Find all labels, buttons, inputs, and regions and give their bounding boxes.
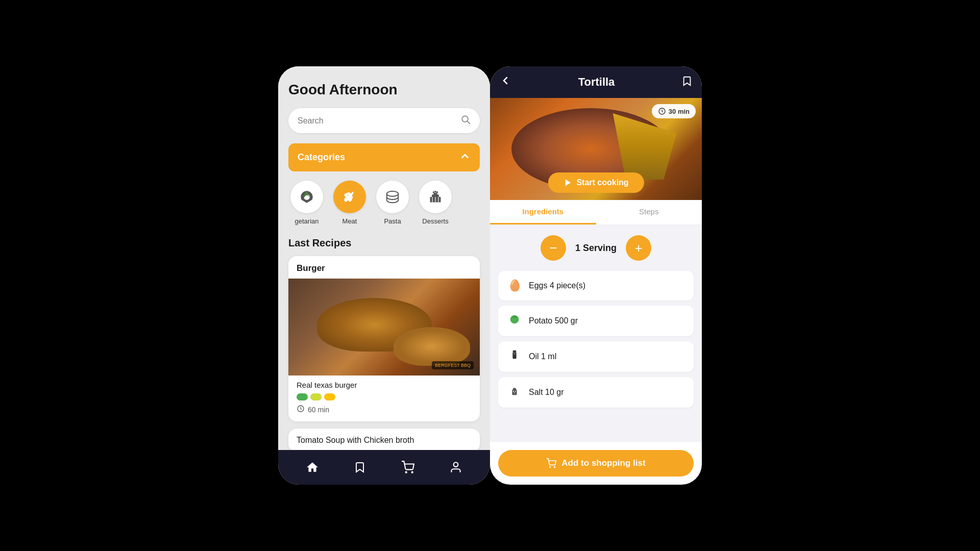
difficulty-dot-2	[310, 393, 322, 400]
category-item-vegetarian[interactable]: getarian	[290, 181, 323, 225]
add-to-shopping-list-label: Add to shopping list	[561, 458, 645, 468]
category-item-meat[interactable]: Meat	[333, 181, 366, 225]
ingredient-salt-text: Salt 10 gr	[529, 388, 564, 397]
burger-recipe-card[interactable]: Burger BERGFEST BBQ Real texas burger	[288, 256, 480, 421]
search-input[interactable]	[298, 116, 460, 126]
tab-steps[interactable]: Steps	[596, 200, 702, 224]
ingredient-potato: Potato 500 gr	[498, 306, 694, 336]
svg-point-27	[514, 392, 515, 393]
svg-point-12	[433, 191, 435, 193]
svg-line-1	[468, 121, 470, 123]
difficulty-dot-3	[324, 393, 335, 400]
category-icon-meat	[333, 181, 366, 213]
time-badge-text: 30 min	[669, 108, 690, 115]
svg-point-26	[515, 391, 516, 392]
burger-time-row: 60 min	[297, 405, 472, 414]
categories-title: Categories	[298, 152, 345, 163]
bookmark-icon[interactable]	[681, 76, 693, 89]
left-phone: Good Afternoon Categories	[278, 66, 490, 485]
bergfest-brand: BERGFEST BBQ	[432, 361, 474, 369]
svg-point-3	[347, 194, 349, 196]
decrease-serving-button[interactable]: −	[541, 235, 566, 261]
tab-steps-label: Steps	[639, 207, 658, 216]
category-label-meat: Meat	[342, 217, 357, 225]
search-bar[interactable]	[288, 108, 480, 133]
category-label-desserts: Desserts	[422, 217, 448, 225]
burger-card-image: BERGFEST BBQ	[288, 279, 480, 375]
svg-marker-20	[565, 179, 571, 186]
svg-point-17	[411, 472, 412, 473]
last-recipes-title: Last Recipes	[288, 237, 480, 249]
ingredient-salt: Salt 10 gr	[498, 377, 694, 408]
ingredient-eggs-text: Eggs 4 piece(s)	[529, 281, 585, 290]
svg-point-18	[454, 462, 458, 467]
clock-icon	[297, 405, 305, 414]
nav-profile[interactable]	[445, 457, 467, 478]
category-items: getarian Meat	[288, 181, 480, 225]
tomato-soup-card[interactable]: Tomato Soup with Chicken broth	[288, 429, 480, 450]
back-icon[interactable]	[499, 74, 511, 90]
time-badge: 30 min	[652, 104, 696, 118]
start-cooking-button[interactable]: Start cooking	[548, 172, 644, 193]
recipe-tabs: Ingredients Steps	[490, 200, 702, 225]
category-item-desserts[interactable]: Desserts	[419, 181, 452, 225]
tab-ingredients-label: Ingredients	[522, 207, 564, 216]
svg-point-16	[405, 472, 406, 473]
svg-point-29	[550, 467, 551, 468]
potato-icon	[507, 314, 522, 328]
add-to-shopping-list-button[interactable]: Add to shopping list	[498, 450, 694, 477]
ingredient-oil: Oil 1 ml	[498, 341, 694, 372]
svg-point-28	[513, 391, 514, 392]
category-item-pasta[interactable]: Pasta	[376, 181, 409, 225]
nav-home[interactable]	[302, 457, 323, 478]
tab-ingredients[interactable]: Ingredients	[490, 200, 596, 224]
chevron-up-icon	[459, 151, 471, 164]
ingredients-section: − 1 Serving + 🥚 Eggs 4 piece(s) Potato 5…	[490, 225, 702, 442]
nav-bookmarks[interactable]	[350, 457, 370, 478]
svg-point-0	[462, 116, 468, 122]
category-icon-pasta	[376, 181, 409, 213]
svg-rect-8	[434, 193, 437, 195]
burger-time: 60 min	[308, 406, 329, 414]
difficulty-dots	[297, 393, 472, 400]
right-phone: Tortilla 30 min Start cooking	[490, 66, 702, 485]
bottom-nav	[278, 450, 490, 485]
greeting: Good Afternoon	[288, 82, 480, 98]
ingredient-eggs: 🥚 Eggs 4 piece(s)	[498, 271, 694, 300]
search-icon	[460, 114, 471, 127]
tomato-soup-title: Tomato Soup with Chicken broth	[297, 436, 414, 444]
burger-card-title: Burger	[288, 256, 480, 279]
nav-cart[interactable]	[397, 457, 419, 478]
svg-point-13	[434, 191, 436, 193]
svg-point-14	[436, 191, 438, 193]
ingredient-oil-text: Oil 1 ml	[529, 352, 556, 361]
svg-rect-24	[513, 388, 516, 390]
burger-recipe-name: Real texas burger	[297, 381, 472, 389]
svg-rect-22	[513, 353, 516, 355]
oil-icon	[507, 349, 522, 364]
increase-serving-button[interactable]: +	[626, 235, 651, 261]
recipe-detail-header: Tortilla	[490, 66, 702, 98]
category-label-pasta: Pasta	[384, 217, 401, 225]
burger-card-details: Real texas burger 60 min	[288, 375, 480, 421]
category-icon-vegetarian	[290, 181, 323, 213]
salt-icon	[507, 385, 522, 399]
svg-point-30	[554, 467, 555, 468]
ingredient-potato-text: Potato 500 gr	[529, 316, 578, 325]
recipe-title: Tortilla	[578, 76, 615, 89]
egg-icon: 🥚	[507, 279, 522, 292]
category-label-vegetarian: getarian	[295, 217, 319, 225]
categories-header[interactable]: Categories	[288, 143, 480, 171]
serving-label: 1 Serving	[575, 243, 617, 254]
start-cooking-label: Start cooking	[576, 178, 628, 187]
serving-control: − 1 Serving +	[498, 235, 694, 261]
recipe-image: 30 min Start cooking	[490, 98, 702, 200]
category-icon-desserts	[419, 181, 452, 213]
difficulty-dot-1	[297, 393, 308, 400]
